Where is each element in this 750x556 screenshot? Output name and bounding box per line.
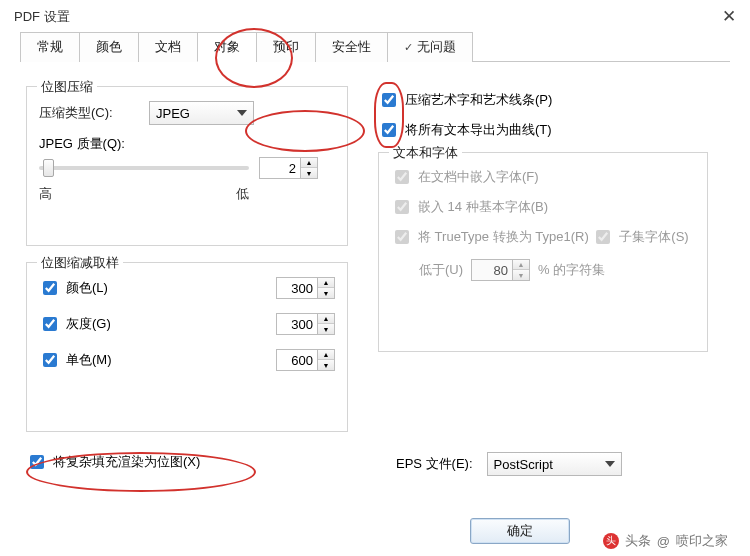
compress-art-checkbox[interactable] xyxy=(382,93,396,107)
tab-security[interactable]: 安全性 xyxy=(315,32,388,62)
embed14-checkbox xyxy=(395,200,409,214)
eps-file-value: PostScript xyxy=(494,457,553,472)
spin-up-icon[interactable]: ▲ xyxy=(318,350,334,360)
slider-thumb[interactable] xyxy=(43,159,54,177)
jpeg-quality-spinner[interactable]: ▲▼ xyxy=(259,157,318,179)
compression-type-value: JPEG xyxy=(156,106,190,121)
tt-to-t1-checkbox xyxy=(395,230,409,244)
chevron-down-icon xyxy=(605,461,615,467)
downsample-gray-spinner[interactable]: ▲▼ xyxy=(276,313,335,335)
compress-art-label: 压缩艺术字和艺术线条(P) xyxy=(405,91,552,109)
close-icon[interactable]: ✕ xyxy=(722,6,736,27)
tab-prepress[interactable]: 预印 xyxy=(256,32,316,62)
downsample-gray-check[interactable]: 灰度(G) xyxy=(39,314,111,334)
downsample-gray-input[interactable] xyxy=(276,313,318,335)
jpeg-quality-slider[interactable] xyxy=(39,166,249,170)
quality-low-label: 低 xyxy=(236,185,249,203)
compress-art-check[interactable]: 压缩艺术字和艺术线条(P) xyxy=(378,90,552,110)
tab-no-issues[interactable]: 无问题 xyxy=(387,32,473,62)
group-text-fonts: 在文档中嵌入字体(F) 嵌入 14 种基本字体(B) 将 TrueType 转换… xyxy=(378,152,708,352)
ok-button[interactable]: 确定 xyxy=(470,518,570,544)
downsample-color-input[interactable] xyxy=(276,277,318,299)
footer-watermark: 头 头条 @ 喷印之家 xyxy=(603,532,728,550)
subset-suffix-label: % 的字符集 xyxy=(538,261,605,279)
downsample-mono-check[interactable]: 单色(M) xyxy=(39,350,112,370)
downsample-color-label: 颜色(L) xyxy=(66,279,108,297)
embed-fonts-checkbox xyxy=(395,170,409,184)
spin-down-icon[interactable]: ▼ xyxy=(318,324,334,334)
downsample-mono-label: 单色(M) xyxy=(66,351,112,369)
tab-color[interactable]: 颜色 xyxy=(79,32,139,62)
group-bitmap-compression: 压缩类型(C): JPEG JPEG 质量(Q): ▲▼ 高 低 xyxy=(26,86,348,246)
quality-high-label: 高 xyxy=(39,185,52,203)
downsample-gray-checkbox[interactable] xyxy=(43,317,57,331)
embed-fonts-label: 在文档中嵌入字体(F) xyxy=(418,168,539,186)
jpeg-quality-label: JPEG 质量(Q): xyxy=(39,136,125,151)
export-curves-label: 将所有文本导出为曲线(T) xyxy=(405,121,552,139)
export-curves-checkbox[interactable] xyxy=(382,123,396,137)
subset-fonts-checkbox xyxy=(596,230,610,244)
jpeg-quality-input[interactable] xyxy=(259,157,301,179)
downsample-gray-label: 灰度(G) xyxy=(66,315,111,333)
tt-to-t1-label: 将 TrueType 转换为 Type1(R) xyxy=(418,228,589,246)
subset-fonts-check: 子集字体(S) xyxy=(592,227,688,247)
embed14-label: 嵌入 14 种基本字体(B) xyxy=(418,198,548,216)
footer-link: 喷印之家 xyxy=(676,532,728,550)
footer-brand: 头条 xyxy=(625,532,651,550)
group-downsampling: 颜色(L) ▲▼ 灰度(G) ▲▼ 单色(M) ▲▼ xyxy=(26,262,348,432)
eps-file-select[interactable]: PostScript xyxy=(487,452,622,476)
downsample-color-check[interactable]: 颜色(L) xyxy=(39,278,108,298)
spin-down-icon[interactable]: ▼ xyxy=(318,360,334,370)
subset-fonts-label: 子集字体(S) xyxy=(619,228,688,246)
subset-below-input xyxy=(471,259,513,281)
tab-object[interactable]: 对象 xyxy=(197,32,257,62)
subset-below-label: 低于(U) xyxy=(419,261,463,279)
downsample-mono-input[interactable] xyxy=(276,349,318,371)
eps-file-label: EPS 文件(E): xyxy=(396,455,473,473)
export-curves-check[interactable]: 将所有文本导出为曲线(T) xyxy=(378,120,552,140)
chevron-down-icon xyxy=(237,110,247,116)
spin-down-icon: ▼ xyxy=(513,270,529,280)
compression-type-select[interactable]: JPEG xyxy=(149,101,254,125)
spin-down-icon[interactable]: ▼ xyxy=(318,288,334,298)
embed14-check: 嵌入 14 种基本字体(B) xyxy=(391,197,548,217)
tab-general[interactable]: 常规 xyxy=(20,32,80,62)
window-title: PDF 设置 xyxy=(14,8,70,26)
spin-up-icon[interactable]: ▲ xyxy=(301,158,317,168)
subset-below-spinner: ▲▼ xyxy=(471,259,530,281)
downsample-mono-checkbox[interactable] xyxy=(43,353,57,367)
tab-document[interactable]: 文档 xyxy=(138,32,198,62)
render-complex-fills-check[interactable]: 将复杂填充渲染为位图(X) xyxy=(26,452,200,472)
tabstrip: 常规 颜色 文档 对象 预印 安全性 无问题 xyxy=(20,31,730,62)
tt-to-t1-check: 将 TrueType 转换为 Type1(R) xyxy=(391,227,589,247)
spin-up-icon[interactable]: ▲ xyxy=(318,278,334,288)
spin-up-icon: ▲ xyxy=(513,260,529,270)
embed-fonts-check: 在文档中嵌入字体(F) xyxy=(391,167,539,187)
spin-up-icon[interactable]: ▲ xyxy=(318,314,334,324)
downsample-color-spinner[interactable]: ▲▼ xyxy=(276,277,335,299)
render-complex-fills-checkbox[interactable] xyxy=(30,455,44,469)
compression-type-label: 压缩类型(C): xyxy=(39,104,149,122)
brand-logo-icon: 头 xyxy=(603,533,619,549)
spin-down-icon[interactable]: ▼ xyxy=(301,168,317,178)
downsample-color-checkbox[interactable] xyxy=(43,281,57,295)
render-complex-fills-label: 将复杂填充渲染为位图(X) xyxy=(53,453,200,471)
downsample-mono-spinner[interactable]: ▲▼ xyxy=(276,349,335,371)
